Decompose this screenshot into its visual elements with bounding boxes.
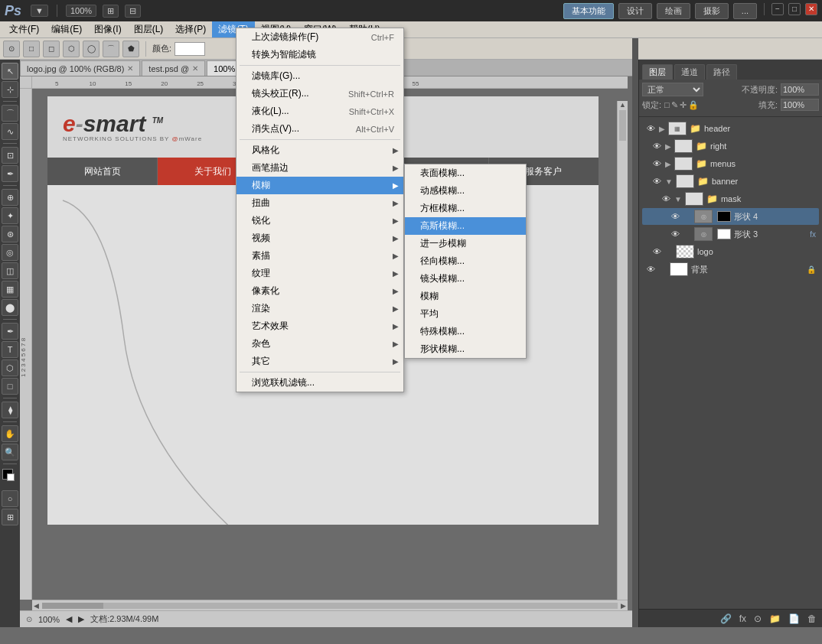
blur-simple[interactable]: 模糊 [405, 288, 526, 305]
tool-select[interactable]: ↖ [2, 63, 18, 80]
menu-artistic[interactable]: 艺术效果 ▶ [236, 317, 403, 335]
layer-eye-mask[interactable]: 👁 [661, 194, 671, 203]
layer-banner[interactable]: 👁 ▼ 📁 banner [642, 173, 819, 190]
menu-sketch[interactable]: 素描 ▶ [236, 247, 403, 265]
mode-paint[interactable]: 绘画 [657, 3, 690, 19]
expand-right[interactable]: ▶ [665, 142, 671, 151]
menu-other[interactable]: 其它 ▶ [236, 353, 403, 370]
expand-banner[interactable]: ▼ [665, 177, 673, 186]
tool-history[interactable]: ◎ [2, 244, 18, 261]
tool-gradient[interactable]: ▦ [2, 281, 18, 298]
layer-eye-banner[interactable]: 👁 [651, 177, 662, 186]
blur-further[interactable]: 进一步模糊 [405, 235, 526, 252]
expand-header[interactable]: ▶ [659, 125, 665, 133]
menu-vanishing[interactable]: 消失点(V)... Alt+Ctrl+V [236, 120, 403, 138]
mode-more[interactable]: ... [733, 3, 757, 19]
tool-path[interactable]: ⬡ [2, 359, 18, 376]
scroll-right-btn[interactable]: ▶ [619, 602, 628, 610]
v-scrollbar[interactable]: ▲ ▼ [617, 101, 628, 600]
blur-smart[interactable]: 特殊模糊... [405, 323, 526, 340]
layer-eye-header[interactable]: 👁 [645, 124, 656, 133]
scroll-left-btn[interactable]: ◀ [32, 602, 41, 610]
menu-pixelate[interactable]: 像素化 ▶ [236, 282, 403, 300]
menu-browse-filters[interactable]: 浏览联机滤镜... [236, 374, 403, 392]
lock-trans-icon[interactable]: □ [664, 100, 670, 109]
tool-zoom[interactable]: 🔍 [2, 444, 18, 460]
tool-hand[interactable]: ✋ [2, 425, 18, 442]
menu-brush-strokes[interactable]: 画笔描边 ▶ [236, 159, 403, 177]
blur-gaussian[interactable]: 高斯模糊... [405, 217, 526, 235]
menu-render[interactable]: 渲染 ▶ [236, 300, 403, 317]
tool-crop[interactable]: ⊡ [2, 147, 18, 164]
tool-eyedropper[interactable]: ✒ [2, 165, 18, 182]
fx-btn[interactable]: fx [737, 613, 749, 624]
expand-menus[interactable]: ▶ [665, 160, 671, 168]
menu-liquify[interactable]: 液化(L)... Shift+Ctrl+X [236, 102, 403, 120]
layer-eye-bg[interactable]: 👁 [645, 265, 656, 274]
layer-eye-shape4[interactable]: 👁 [670, 212, 680, 221]
tab-logo-close[interactable]: ✕ [127, 64, 133, 73]
blend-mode-select[interactable]: 正常 [642, 83, 703, 96]
menu-texture[interactable]: 纹理 ▶ [236, 265, 403, 282]
layer-eye-menus[interactable]: 👁 [651, 159, 662, 168]
tool-option-5[interactable]: ◯ [83, 41, 99, 57]
blur-box[interactable]: 方框模糊... [405, 200, 526, 217]
new-layer-btn[interactable]: 📄 [786, 613, 802, 624]
tool-type[interactable]: T [2, 341, 18, 358]
menu-lens-correction[interactable]: 镜头校正(R)... Shift+Ctrl+R [236, 85, 403, 102]
tool-shape[interactable]: □ [2, 378, 18, 395]
tab-test[interactable]: test.psd @ ✕ [142, 60, 205, 76]
tool-option-4[interactable]: ⬡ [63, 41, 80, 57]
menu-noise[interactable]: 杂色 ▶ [236, 335, 403, 353]
tool-clone[interactable]: ⊛ [2, 226, 18, 242]
color-selector[interactable] [2, 469, 18, 487]
blur-radial[interactable]: 径向模糊... [405, 252, 526, 270]
fx-icon-shape3[interactable]: fx [810, 230, 816, 239]
menu-smart-filter[interactable]: 转换为智能滤镜 [236, 46, 403, 63]
h-scrollbar[interactable]: ◀ ▶ [32, 600, 628, 610]
tool-lasso2[interactable]: ∿ [2, 123, 18, 140]
minimize-btn[interactable]: − [771, 3, 784, 15]
status-arrow-left[interactable]: ◀ [66, 614, 72, 624]
menu-distort[interactable]: 扭曲 ▶ [236, 194, 403, 212]
menu-last-filter[interactable]: 上次滤镜操作(F) Ctrl+F [236, 28, 403, 46]
status-arrow-right[interactable]: ▶ [78, 614, 84, 624]
mode-design[interactable]: 设计 [618, 3, 652, 19]
tool-3d[interactable]: ⧫ [2, 402, 18, 418]
lock-all-icon[interactable]: 🔒 [688, 100, 699, 110]
opacity-input[interactable] [781, 83, 819, 96]
menu-video[interactable]: 视频 ▶ [236, 229, 403, 247]
close-btn[interactable]: ✕ [805, 3, 817, 15]
menu-sharpen[interactable]: 锐化 ▶ [236, 212, 403, 229]
bg-color[interactable] [7, 473, 15, 481]
lock-paint-icon[interactable]: ✎ [671, 100, 678, 110]
layer-background[interactable]: 👁 背景 🔒 [642, 261, 819, 278]
tool-lasso[interactable]: ⌒ [2, 105, 18, 122]
add-mask-btn[interactable]: ⊙ [752, 613, 764, 624]
layer-mask-group[interactable]: 👁 ▼ 📁 mask [642, 190, 819, 207]
layer-eye-logo[interactable]: 👁 [651, 247, 662, 256]
layer-menus[interactable]: 👁 ▶ 📁 menus [642, 155, 819, 172]
view-mode-btn[interactable]: ⊞ [103, 5, 119, 18]
blur-average[interactable]: 平均 [405, 305, 526, 323]
tool-brush[interactable]: ✦ [2, 207, 18, 224]
blur-motion[interactable]: 动感模糊... [405, 182, 526, 200]
tab-paths[interactable]: 路径 [706, 64, 737, 80]
menu-select[interactable]: 选择(P) [169, 21, 212, 37]
menu-file[interactable]: 文件(F) [3, 21, 45, 37]
menu-image[interactable]: 图像(I) [88, 21, 127, 37]
layer-shape4[interactable]: 👁 ◎ 形状 4 [642, 208, 819, 225]
tool-heal[interactable]: ⊕ [2, 189, 18, 206]
panel-handle[interactable] [632, 38, 638, 627]
scroll-track-h[interactable] [42, 603, 618, 609]
tool-dodge[interactable]: ⬤ [2, 299, 18, 316]
tool-option-3[interactable]: ◻ [43, 41, 60, 57]
tab-channels[interactable]: 通道 [674, 64, 705, 80]
app-menu-btn[interactable]: ▼ [31, 5, 48, 17]
blur-shape[interactable]: 形状模糊... [405, 340, 526, 358]
maximize-btn[interactable]: □ [788, 3, 801, 15]
tab-layers[interactable]: 图层 [642, 64, 673, 80]
menu-filter-gallery[interactable]: 滤镜库(G)... [236, 67, 403, 85]
tab-logo[interactable]: logo.jpg @ 100% (RGB/8) ✕ [20, 60, 140, 76]
expand-mask[interactable]: ▼ [674, 195, 682, 203]
